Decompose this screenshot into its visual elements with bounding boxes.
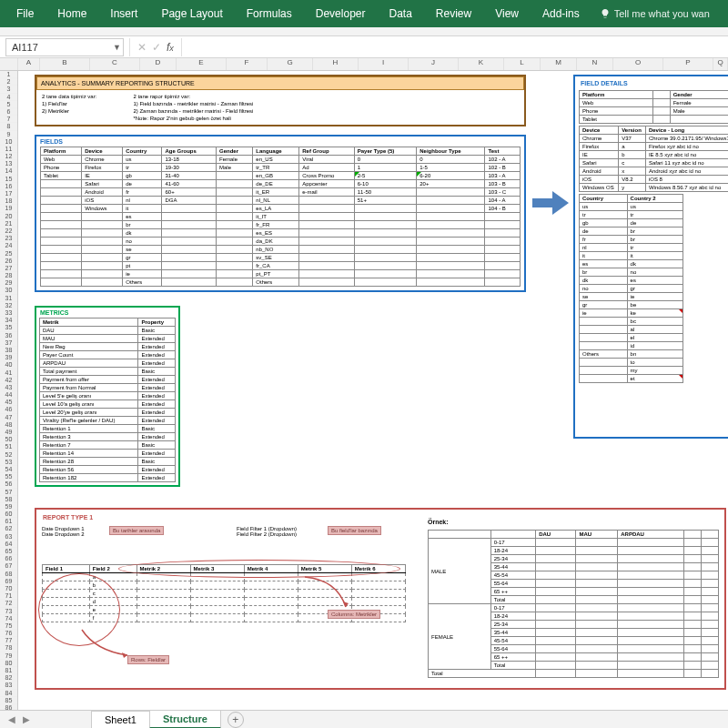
add-sheet-button[interactable]: + <box>228 712 244 728</box>
row-headers[interactable]: 1234567891011121314151617181920212223242… <box>0 71 18 710</box>
sheet-tab-sheet1[interactable]: Sheet1 <box>91 711 150 728</box>
tab-nav-prev-icon[interactable]: ◀ <box>5 714 18 724</box>
lightbulb-icon <box>600 8 611 19</box>
tell-me-label: Tell me what you wan <box>614 8 710 19</box>
field-details-table-2[interactable]: DeviceVersionDevice - LongChromeV37Chrom… <box>579 126 728 192</box>
ornek-title: Örnek: <box>428 519 449 525</box>
ribbon-tab-data[interactable]: Data <box>378 2 422 25</box>
ribbon-spacer <box>0 27 728 36</box>
field-details-table-1[interactable]: PlatformGenderWebFemalePhoneMaleTablet <box>579 90 728 124</box>
ornek-table[interactable]: DAUMAUARPDAUMALE0-17 18-24 25-34 35-44 4… <box>428 530 719 678</box>
column-headers[interactable]: ABC DEF GHI JKL MNO PQ <box>0 58 728 71</box>
report1-box: REPORT TYPE 1 Date Dropdown 1 Date Dropd… <box>35 508 726 690</box>
callout-fields: Bu field'lar bazında <box>328 526 381 535</box>
arrow-to-columns-icon <box>300 575 355 612</box>
field-filter-2[interactable]: Field Filter 2 (Dropdown) <box>237 531 297 537</box>
metrics-table[interactable]: MetrikPropertyDAUBasicMAUExtendedNew Reg… <box>39 318 176 482</box>
ribbon-tab-addins[interactable]: Add-ins <box>531 2 591 25</box>
cancel-formula-icon[interactable]: ✕ <box>137 41 147 54</box>
ellipse-cols <box>118 560 400 578</box>
report1-title: REPORT TYPE 1 <box>39 512 722 522</box>
ribbon-tab-review[interactable]: Review <box>425 2 482 25</box>
field-details-table-3[interactable]: CountryCountry 2usustrtrgbdedebrfrbrnltr… <box>579 194 683 383</box>
name-box[interactable]: AI117 ▼ <box>5 38 124 56</box>
fields-title: FIELDS <box>36 136 524 147</box>
metrics-title: METRICS <box>36 308 178 318</box>
formula-input[interactable] <box>182 38 728 56</box>
ribbon-tab-developer[interactable]: Developer <box>305 2 377 25</box>
fields-table[interactable]: PlatformDeviceCountryAge GroupsGenderLan… <box>40 147 521 287</box>
arrow-to-rows-icon <box>77 628 132 660</box>
fields-box: FIELDS PlatformDeviceCountryAge GroupsGe… <box>35 135 526 292</box>
arrow-icon <box>532 189 569 217</box>
tell-me[interactable]: Tell me what you wan <box>600 8 710 19</box>
callout-dates: Bu tarihler arasında <box>109 526 164 535</box>
summary-box: ANALYTICS - SUMMARY REPORTING STRUCTURE … <box>35 75 526 126</box>
field-details-box: FIELD DETAILS PlatformGenderWebFemalePho… <box>573 75 728 439</box>
summary-left: 2 tane data tipimiz var:1) Field'lar2) M… <box>42 93 96 122</box>
metrics-box: METRICS MetrikPropertyDAUBasicMAUExtende… <box>35 306 180 487</box>
summary-right: 2 tane rapor tipimiz var:1) Field bazınd… <box>133 93 253 122</box>
ribbon-tab-page-layout[interactable]: Page Layout <box>150 2 233 25</box>
tab-nav-next-icon[interactable]: ▶ <box>20 714 33 724</box>
ribbon-tab-view[interactable]: View <box>484 2 530 25</box>
worksheet[interactable]: ANALYTICS - SUMMARY REPORTING STRUCTURE … <box>18 71 728 710</box>
summary-title: ANALYTICS - SUMMARY REPORTING STRUCTURE <box>36 76 524 90</box>
field-details-title: FIELD DETAILS <box>577 78 728 88</box>
name-box-value: AI117 <box>12 42 38 53</box>
ribbon-tab-file[interactable]: File <box>5 2 45 25</box>
ribbon-tab-formulas[interactable]: Formulas <box>236 2 303 25</box>
callout-rows: Rows: Fieldlar <box>127 655 169 664</box>
fx-icon[interactable]: fx <box>167 41 174 54</box>
sheet-tabs: ◀ ▶ Sheet1 Structure + <box>0 710 728 728</box>
ribbon-tab-insert[interactable]: Insert <box>99 2 148 25</box>
date-dropdown-2[interactable]: Date Dropdown 2 <box>42 531 85 537</box>
accept-formula-icon[interactable]: ✓ <box>152 41 161 54</box>
ribbon-tab-home[interactable]: Home <box>46 2 97 25</box>
sheet-tab-structure[interactable]: Structure <box>149 710 221 728</box>
formula-bar: AI117 ▼ ✕ ✓ fx <box>0 36 728 58</box>
ribbon: File Home Insert Page Layout Formulas De… <box>0 0 728 27</box>
chevron-down-icon[interactable]: ▼ <box>113 43 121 52</box>
